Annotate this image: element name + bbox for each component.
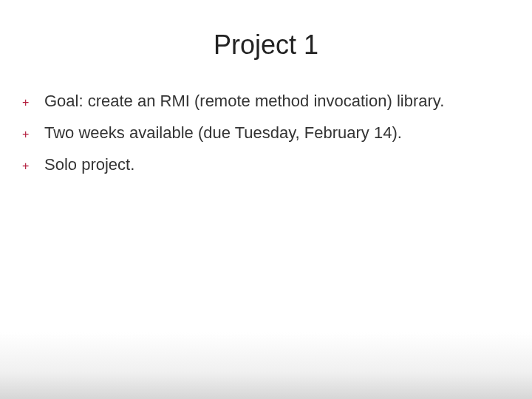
bullet-list: + Goal: create an RMI (remote method inv… bbox=[22, 90, 510, 176]
list-item: + Solo project. bbox=[22, 154, 510, 177]
bullet-text: Two weeks available (due Tuesday, Februa… bbox=[44, 122, 510, 145]
list-item: + Two weeks available (due Tuesday, Febr… bbox=[22, 122, 510, 145]
page-title: Project 1 bbox=[22, 30, 510, 61]
bullet-text: Solo project. bbox=[44, 154, 510, 177]
list-item: + Goal: create an RMI (remote method inv… bbox=[22, 90, 510, 113]
plus-icon: + bbox=[22, 158, 33, 174]
bullet-text: Goal: create an RMI (remote method invoc… bbox=[44, 90, 510, 113]
slide-container: Project 1 + Goal: create an RMI (remote … bbox=[0, 0, 532, 399]
plus-icon: + bbox=[22, 95, 33, 111]
plus-icon: + bbox=[22, 126, 33, 143]
